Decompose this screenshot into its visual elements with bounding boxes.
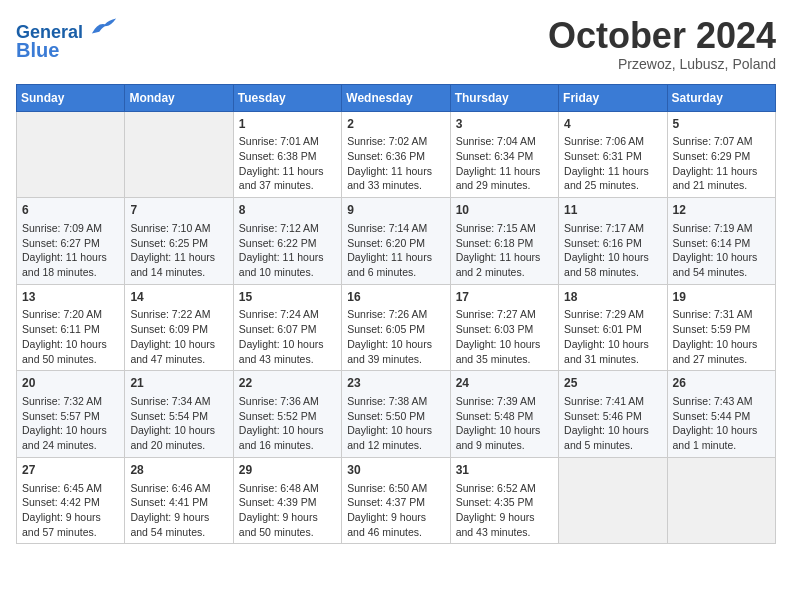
sunrise-text: Sunrise: 7:12 AM [239, 222, 319, 234]
sunrise-text: Sunrise: 7:04 AM [456, 135, 536, 147]
calendar-cell: 10Sunrise: 7:15 AMSunset: 6:18 PMDayligh… [450, 198, 558, 285]
sunrise-text: Sunrise: 6:52 AM [456, 482, 536, 494]
daylight-text: Daylight: 11 hours and 29 minutes. [456, 165, 541, 192]
calendar-cell: 28Sunrise: 6:46 AMSunset: 4:41 PMDayligh… [125, 457, 233, 544]
sunrise-text: Sunrise: 6:48 AM [239, 482, 319, 494]
daylight-text: Daylight: 10 hours and 27 minutes. [673, 338, 758, 365]
daylight-text: Daylight: 11 hours and 21 minutes. [673, 165, 758, 192]
day-number: 15 [239, 289, 336, 306]
calendar-cell: 13Sunrise: 7:20 AMSunset: 6:11 PMDayligh… [17, 284, 125, 371]
calendar-cell: 15Sunrise: 7:24 AMSunset: 6:07 PMDayligh… [233, 284, 341, 371]
sunrise-text: Sunrise: 7:02 AM [347, 135, 427, 147]
location-subtitle: Przewoz, Lubusz, Poland [548, 56, 776, 72]
day-number: 2 [347, 116, 444, 133]
daylight-text: Daylight: 11 hours and 10 minutes. [239, 251, 324, 278]
day-number: 7 [130, 202, 227, 219]
header-tuesday: Tuesday [233, 84, 341, 111]
sunset-text: Sunset: 5:52 PM [239, 410, 317, 422]
daylight-text: Daylight: 11 hours and 37 minutes. [239, 165, 324, 192]
sunrise-text: Sunrise: 7:34 AM [130, 395, 210, 407]
calendar-cell: 29Sunrise: 6:48 AMSunset: 4:39 PMDayligh… [233, 457, 341, 544]
daylight-text: Daylight: 9 hours and 46 minutes. [347, 511, 426, 538]
sunrise-text: Sunrise: 7:29 AM [564, 308, 644, 320]
calendar-cell: 18Sunrise: 7:29 AMSunset: 6:01 PMDayligh… [559, 284, 667, 371]
daylight-text: Daylight: 11 hours and 18 minutes. [22, 251, 107, 278]
calendar-week-row: 1Sunrise: 7:01 AMSunset: 6:38 PMDaylight… [17, 111, 776, 198]
calendar-cell [17, 111, 125, 198]
daylight-text: Daylight: 9 hours and 54 minutes. [130, 511, 209, 538]
header-saturday: Saturday [667, 84, 775, 111]
sunrise-text: Sunrise: 6:45 AM [22, 482, 102, 494]
calendar-cell: 31Sunrise: 6:52 AMSunset: 4:35 PMDayligh… [450, 457, 558, 544]
sunset-text: Sunset: 6:20 PM [347, 237, 425, 249]
header-thursday: Thursday [450, 84, 558, 111]
sunrise-text: Sunrise: 7:01 AM [239, 135, 319, 147]
daylight-text: Daylight: 10 hours and 35 minutes. [456, 338, 541, 365]
daylight-text: Daylight: 11 hours and 2 minutes. [456, 251, 541, 278]
day-number: 30 [347, 462, 444, 479]
sunrise-text: Sunrise: 7:22 AM [130, 308, 210, 320]
calendar-week-row: 6Sunrise: 7:09 AMSunset: 6:27 PMDaylight… [17, 198, 776, 285]
page-header: General Blue October 2024 Przewoz, Lubus… [16, 16, 776, 72]
sunrise-text: Sunrise: 7:15 AM [456, 222, 536, 234]
daylight-text: Daylight: 11 hours and 6 minutes. [347, 251, 432, 278]
calendar-cell: 5Sunrise: 7:07 AMSunset: 6:29 PMDaylight… [667, 111, 775, 198]
sunset-text: Sunset: 6:22 PM [239, 237, 317, 249]
daylight-text: Daylight: 10 hours and 39 minutes. [347, 338, 432, 365]
sunrise-text: Sunrise: 7:14 AM [347, 222, 427, 234]
calendar-table: SundayMondayTuesdayWednesdayThursdayFrid… [16, 84, 776, 545]
sunset-text: Sunset: 6:25 PM [130, 237, 208, 249]
day-number: 29 [239, 462, 336, 479]
logo-bird-icon [90, 16, 118, 38]
sunset-text: Sunset: 6:34 PM [456, 150, 534, 162]
calendar-cell: 11Sunrise: 7:17 AMSunset: 6:16 PMDayligh… [559, 198, 667, 285]
daylight-text: Daylight: 10 hours and 58 minutes. [564, 251, 649, 278]
sunset-text: Sunset: 6:07 PM [239, 323, 317, 335]
day-number: 10 [456, 202, 553, 219]
sunset-text: Sunset: 6:29 PM [673, 150, 751, 162]
day-number: 28 [130, 462, 227, 479]
calendar-cell: 3Sunrise: 7:04 AMSunset: 6:34 PMDaylight… [450, 111, 558, 198]
sunset-text: Sunset: 6:09 PM [130, 323, 208, 335]
sunset-text: Sunset: 6:27 PM [22, 237, 100, 249]
day-number: 8 [239, 202, 336, 219]
sunrise-text: Sunrise: 7:32 AM [22, 395, 102, 407]
sunrise-text: Sunrise: 7:17 AM [564, 222, 644, 234]
sunset-text: Sunset: 5:46 PM [564, 410, 642, 422]
daylight-text: Daylight: 9 hours and 50 minutes. [239, 511, 318, 538]
daylight-text: Daylight: 9 hours and 57 minutes. [22, 511, 101, 538]
day-number: 14 [130, 289, 227, 306]
title-block: October 2024 Przewoz, Lubusz, Poland [548, 16, 776, 72]
calendar-cell: 25Sunrise: 7:41 AMSunset: 5:46 PMDayligh… [559, 371, 667, 458]
sunset-text: Sunset: 6:31 PM [564, 150, 642, 162]
sunrise-text: Sunrise: 7:09 AM [22, 222, 102, 234]
daylight-text: Daylight: 10 hours and 31 minutes. [564, 338, 649, 365]
daylight-text: Daylight: 10 hours and 43 minutes. [239, 338, 324, 365]
day-number: 11 [564, 202, 661, 219]
header-friday: Friday [559, 84, 667, 111]
day-number: 20 [22, 375, 119, 392]
sunset-text: Sunset: 5:50 PM [347, 410, 425, 422]
calendar-week-row: 20Sunrise: 7:32 AMSunset: 5:57 PMDayligh… [17, 371, 776, 458]
sunrise-text: Sunrise: 7:24 AM [239, 308, 319, 320]
day-number: 22 [239, 375, 336, 392]
sunrise-text: Sunrise: 7:10 AM [130, 222, 210, 234]
calendar-cell: 20Sunrise: 7:32 AMSunset: 5:57 PMDayligh… [17, 371, 125, 458]
sunrise-text: Sunrise: 6:50 AM [347, 482, 427, 494]
day-number: 9 [347, 202, 444, 219]
day-number: 23 [347, 375, 444, 392]
sunrise-text: Sunrise: 7:41 AM [564, 395, 644, 407]
day-number: 18 [564, 289, 661, 306]
calendar-cell: 12Sunrise: 7:19 AMSunset: 6:14 PMDayligh… [667, 198, 775, 285]
day-number: 27 [22, 462, 119, 479]
daylight-text: Daylight: 11 hours and 14 minutes. [130, 251, 215, 278]
sunset-text: Sunset: 5:59 PM [673, 323, 751, 335]
daylight-text: Daylight: 10 hours and 12 minutes. [347, 424, 432, 451]
sunset-text: Sunset: 4:35 PM [456, 496, 534, 508]
daylight-text: Daylight: 10 hours and 54 minutes. [673, 251, 758, 278]
calendar-cell: 16Sunrise: 7:26 AMSunset: 6:05 PMDayligh… [342, 284, 450, 371]
day-number: 5 [673, 116, 770, 133]
sunset-text: Sunset: 6:03 PM [456, 323, 534, 335]
sunrise-text: Sunrise: 7:39 AM [456, 395, 536, 407]
sunrise-text: Sunrise: 7:31 AM [673, 308, 753, 320]
